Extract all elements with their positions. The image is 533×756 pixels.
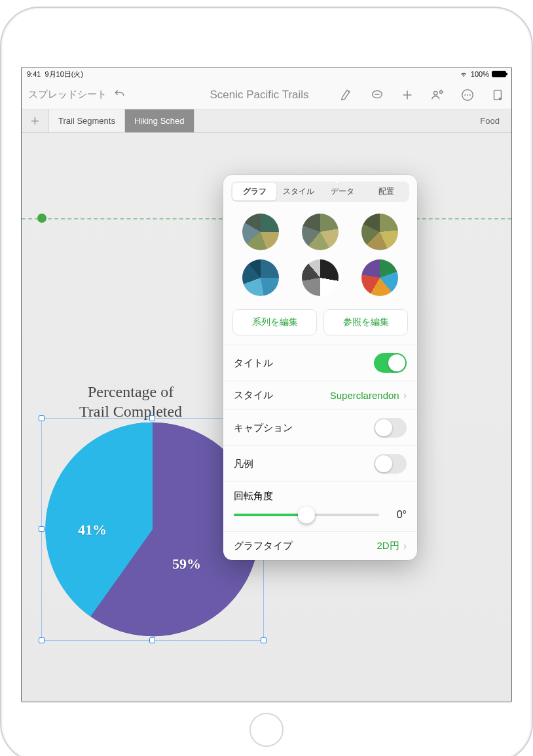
ipad-frame: 9:41 9月10日(火) 100% スプレッドシート Scenic Pacif… xyxy=(0,7,533,756)
segment-arrange[interactable]: 配置 xyxy=(364,183,408,200)
chart-title: Percentage of Trail Completed xyxy=(79,382,182,421)
style-value: Superclarendon xyxy=(330,390,399,401)
status-time: 9:41 xyxy=(27,70,41,78)
row-caption-toggle: キャプション xyxy=(223,409,417,445)
comment-icon[interactable] xyxy=(370,88,384,102)
segment-style[interactable]: スタイル xyxy=(276,183,320,200)
rotation-value: 0° xyxy=(388,509,407,521)
document-title[interactable]: Scenic Pacific Trails xyxy=(132,88,335,102)
legend-toggle-label: 凡例 xyxy=(234,458,374,470)
edit-series-button[interactable]: 系列を編集 xyxy=(232,309,317,335)
chart-thumb-5[interactable] xyxy=(302,259,339,296)
sel-handle-n[interactable] xyxy=(149,415,155,421)
rotation-label: 回転角度 xyxy=(234,490,407,502)
add-sheet-button[interactable]: + xyxy=(22,109,49,132)
caption-toggle-label: キャプション xyxy=(234,422,374,434)
title-toggle[interactable] xyxy=(374,353,407,373)
share-icon[interactable] xyxy=(490,88,505,102)
chevron-right-icon: › xyxy=(403,540,407,552)
sel-handle-w[interactable] xyxy=(39,526,45,532)
edit-references-button[interactable]: 参照を編集 xyxy=(323,309,408,335)
status-date: 9月10日(火) xyxy=(45,69,83,79)
format-popover: グラフ スタイル データ 配置 系列を編集 参照を編集 xyxy=(223,175,417,560)
svg-point-9 xyxy=(469,94,471,95)
caption-toggle[interactable] xyxy=(374,418,407,438)
screen: 9:41 9月10日(火) 100% スプレッドシート Scenic Pacif… xyxy=(21,67,512,702)
segment-graph[interactable]: グラフ xyxy=(232,183,276,200)
segment-data[interactable]: データ xyxy=(320,183,364,200)
sel-handle-sw[interactable] xyxy=(39,637,45,643)
more-icon[interactable] xyxy=(460,88,475,102)
row-rotation: 回転角度 0° xyxy=(223,482,417,531)
svg-point-11 xyxy=(499,97,502,100)
sel-handle-s[interactable] xyxy=(149,637,155,643)
sheet-tab-0[interactable]: Trail Segments xyxy=(49,109,125,132)
sheet-tab-1[interactable]: Hiking Sched xyxy=(125,109,194,132)
svg-point-2 xyxy=(434,91,438,95)
chart-thumb-6[interactable] xyxy=(361,259,398,296)
battery-icon xyxy=(492,71,506,77)
row-legend-toggle: 凡例 xyxy=(223,445,417,482)
home-button[interactable] xyxy=(249,713,284,747)
svg-point-7 xyxy=(464,94,466,95)
status-bar: 9:41 9月10日(火) 100% xyxy=(22,67,511,81)
back-button[interactable]: スプレッドシート xyxy=(28,88,107,101)
sel-handle-se[interactable] xyxy=(261,637,266,643)
svg-point-8 xyxy=(467,94,468,95)
format-brush-icon[interactable] xyxy=(340,88,354,102)
chart-thumb-1[interactable] xyxy=(242,214,279,250)
sheet-canvas[interactable]: Percentage of Trail Completed 41% 59% xyxy=(22,133,511,702)
wifi-icon xyxy=(459,71,468,77)
sheet-tab-food[interactable]: Food xyxy=(468,109,511,132)
chart-type-value: 2D円 xyxy=(377,540,399,552)
chart-thumb-2[interactable] xyxy=(302,214,339,250)
style-label: スタイル xyxy=(234,389,330,402)
chevron-right-icon: › xyxy=(403,390,407,402)
collaborate-icon[interactable] xyxy=(430,88,445,102)
legend-toggle[interactable] xyxy=(374,454,407,474)
guide-handle[interactable] xyxy=(37,214,46,223)
row-chart-type[interactable]: グラフタイプ 2D円 › xyxy=(223,531,417,560)
popover-segments: グラフ スタイル データ 配置 xyxy=(231,181,409,202)
row-style[interactable]: スタイル Superclarendon › xyxy=(223,381,417,409)
sheet-tabs: + Trail Segments Hiking Sched Food xyxy=(22,109,511,133)
rotation-slider[interactable] xyxy=(234,514,379,516)
app-toolbar: スプレッドシート Scenic Pacific Trails xyxy=(22,81,511,109)
chart-thumb-4[interactable] xyxy=(242,259,279,296)
sel-handle-nw[interactable] xyxy=(39,415,45,421)
chart-style-thumbs xyxy=(223,207,417,305)
row-title-toggle: タイトル xyxy=(223,345,417,381)
title-toggle-label: タイトル xyxy=(234,357,374,369)
undo-icon[interactable] xyxy=(113,87,126,102)
chart-thumb-3[interactable] xyxy=(361,214,398,250)
svg-point-3 xyxy=(439,90,442,93)
battery-pct: 100% xyxy=(471,70,489,78)
add-icon[interactable] xyxy=(400,88,414,102)
chart-type-label: グラフタイプ xyxy=(234,540,377,552)
